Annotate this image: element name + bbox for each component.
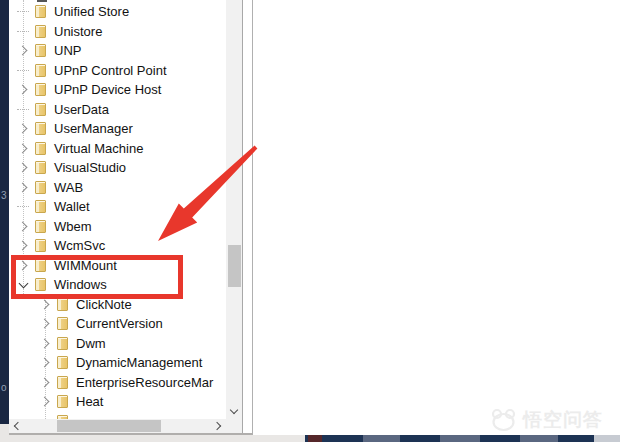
registry-values-panel [252,0,620,435]
expand-chevron-icon[interactable] [16,239,30,253]
chevron-down-icon [230,406,238,414]
tree-guide-stub [16,24,30,38]
background-text-fragment: o [1,382,7,393]
tree-item-label: UserData [54,102,109,117]
tree-item-label: WAB [54,180,83,195]
expand-chevron-icon[interactable] [16,141,30,155]
folder-icon [35,25,46,38]
tree-item-label: Unified Store [54,4,129,19]
tree-item-dwm[interactable]: Dwm [10,334,227,354]
tree-item-label: VisualStudio [54,160,126,175]
taskbar-background [305,435,620,442]
tree-item-label: Wallet [54,199,90,214]
expand-chevron-icon[interactable] [16,161,30,175]
folder-icon [57,298,68,311]
tree-item-userdata[interactable]: UserData [10,100,227,120]
folder-icon [35,122,46,135]
expand-chevron-icon[interactable] [16,83,30,97]
tree-item-label: UPnP Device Host [54,82,161,97]
tree-item-label: UNP [54,43,81,58]
taskbar-app-fragment [440,435,480,442]
tree-item-currentversion[interactable]: CurrentVersion [10,314,227,334]
tree-guide-stub [16,5,30,19]
tree-item-label: Unistore [54,24,102,39]
expand-chevron-icon[interactable] [16,219,30,233]
tree-item-label: ClickNote [76,297,132,312]
panel-separator[interactable] [244,0,252,434]
expand-chevron-icon[interactable] [38,356,52,370]
folder-icon [35,83,46,96]
tree-item-label: Heat [76,394,103,409]
horizontal-scrollbar-thumb[interactable] [57,420,161,432]
background-text-fragment: 3 [1,190,7,201]
tree-item-unified-store[interactable]: Unified Store [10,2,227,22]
folder-icon [57,317,68,330]
expand-chevron-icon[interactable] [38,317,52,331]
tree-item-label: Dwm [76,336,106,351]
registry-tree-panel: Unified StoreUnistoreUNPUPnP Control Poi… [9,0,243,433]
tree-guide-stub [16,200,30,214]
vertical-scrollbar-thumb[interactable] [228,245,241,287]
folder-icon [35,161,46,174]
folder-icon [57,395,68,408]
tree-item-wallet[interactable]: Wallet [10,197,227,217]
tree-item-dynamicmanagement[interactable]: DynamicManagement [10,353,227,373]
tree-item-wcmsvc[interactable]: WcmSvc [10,236,227,256]
scroll-down-button[interactable] [226,403,242,419]
taskbar-app-fragment [520,435,558,442]
tree-item-upnp-device-host[interactable]: UPnP Device Host [10,80,227,100]
taskbar-app-fragment [594,435,620,442]
background-window-strip: 3 o [0,0,9,424]
screenshot-root: 3 o Unified StoreUnistoreUNPUPnP Control… [0,0,620,442]
tree-item-heat[interactable]: Heat [10,392,227,412]
scroll-right-button[interactable] [211,419,225,433]
expand-chevron-icon[interactable] [38,297,52,311]
folder-icon [35,200,46,213]
folder-icon [57,376,68,389]
taskbar-app-fragment [308,435,322,442]
folder-icon [35,220,46,233]
folder-icon [35,5,46,18]
expand-chevron-icon[interactable] [38,336,52,350]
tree-item-unp[interactable]: UNP [10,41,227,61]
folder-icon [35,142,46,155]
expand-chevron-icon[interactable] [16,44,30,58]
tree-item-label: CurrentVersion [76,316,163,331]
tree-item-enterpriseresourcemar[interactable]: EnterpriseResourceMar [10,373,227,393]
folder-icon [35,181,46,194]
tree-item-wab[interactable]: WAB [10,178,227,198]
tree-item-label: UPnP Control Point [54,63,167,78]
wukong-logo-icon [490,408,517,432]
tree-guide-stub [16,102,30,116]
tree-item-label: Virtual Machine [54,141,143,156]
expand-chevron-icon[interactable] [38,395,52,409]
tree-item-virtual-machine[interactable]: Virtual Machine [10,139,227,159]
watermark-text: 悟空问答 [523,407,603,433]
expand-chevron-icon[interactable] [16,180,30,194]
taskbar-app-fragment [363,435,400,442]
tree-item-clipped[interactable] [10,412,227,420]
tree-item-label: DynamicManagement [76,355,202,370]
vertical-scrollbar[interactable] [226,0,242,433]
horizontal-scrollbar[interactable] [9,419,227,433]
folder-icon [35,239,46,252]
scroll-left-button[interactable] [10,419,24,433]
tree-item-unistore[interactable]: Unistore [10,22,227,42]
expand-chevron-icon[interactable] [16,122,30,136]
tree-item-visualstudio[interactable]: VisualStudio [10,158,227,178]
expand-chevron-icon[interactable] [38,375,52,389]
tree-item-usermanager[interactable]: UserManager [10,119,227,139]
tree-item-label: EnterpriseResourceMar [76,375,213,390]
tree-item-wbem[interactable]: Wbem [10,217,227,237]
tree-item-upnp-control-point[interactable]: UPnP Control Point [10,61,227,81]
annotation-rectangle [11,255,183,299]
folder-icon [35,103,46,116]
watermark: 悟空问答 [490,407,603,433]
tree-guide-stub [16,63,30,77]
tree-item-label: WcmSvc [54,238,105,253]
tree-rows-container: Unified StoreUnistoreUNPUPnP Control Poi… [10,0,227,419]
folder-icon [57,356,68,369]
folder-icon [35,64,46,77]
tree-item-label: UserManager [54,121,133,136]
tree-item-label: Wbem [54,219,92,234]
